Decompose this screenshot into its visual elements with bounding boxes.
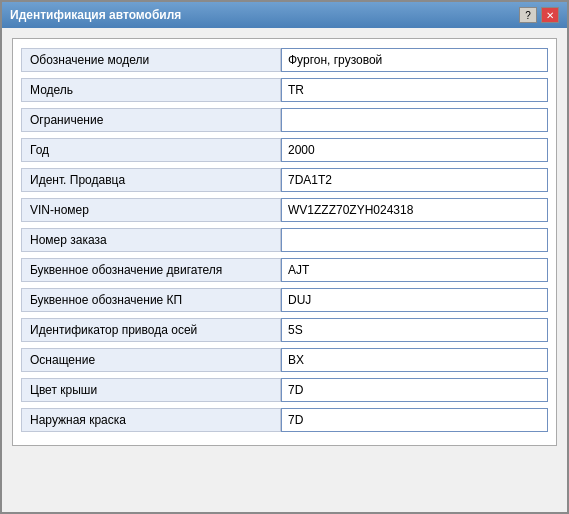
form-row: Буквенное обозначение двигателя [21,257,548,283]
field-label-6: Номер заказа [21,228,281,252]
field-label-9: Идентификатор привода осей [21,318,281,342]
field-label-10: Оснащение [21,348,281,372]
field-label-0: Обозначение модели [21,48,281,72]
field-input-3[interactable] [281,138,548,162]
form-container: Обозначение моделиМодельОграничениеГодИд… [12,38,557,446]
field-label-8: Буквенное обозначение КП [21,288,281,312]
form-row: Номер заказа [21,227,548,253]
field-input-2[interactable] [281,108,548,132]
form-row: Буквенное обозначение КП [21,287,548,313]
form-row: Обозначение модели [21,47,548,73]
field-input-0[interactable] [281,48,548,72]
form-row: Наружная краска [21,407,548,433]
form-row: Идент. Продавца [21,167,548,193]
close-button[interactable]: ✕ [541,7,559,23]
window-title: Идентификация автомобиля [10,8,181,22]
field-input-4[interactable] [281,168,548,192]
form-row: Ограничение [21,107,548,133]
field-input-7[interactable] [281,258,548,282]
field-input-6[interactable] [281,228,548,252]
field-label-12: Наружная краска [21,408,281,432]
form-row: Цвет крыши [21,377,548,403]
field-label-3: Год [21,138,281,162]
field-input-9[interactable] [281,318,548,342]
help-button[interactable]: ? [519,7,537,23]
field-input-11[interactable] [281,378,548,402]
form-row: Оснащение [21,347,548,373]
field-input-1[interactable] [281,78,548,102]
field-input-5[interactable] [281,198,548,222]
field-input-12[interactable] [281,408,548,432]
window-content: Обозначение моделиМодельОграничениеГодИд… [2,28,567,512]
form-row: Идентификатор привода осей [21,317,548,343]
form-row: VIN-номер [21,197,548,223]
main-window: Идентификация автомобиля ? ✕ Обозначение… [0,0,569,514]
field-label-11: Цвет крыши [21,378,281,402]
field-input-10[interactable] [281,348,548,372]
field-input-8[interactable] [281,288,548,312]
field-label-2: Ограничение [21,108,281,132]
title-bar-controls: ? ✕ [519,7,559,23]
form-row: Модель [21,77,548,103]
field-label-4: Идент. Продавца [21,168,281,192]
form-row: Год [21,137,548,163]
field-label-7: Буквенное обозначение двигателя [21,258,281,282]
field-label-5: VIN-номер [21,198,281,222]
title-bar: Идентификация автомобиля ? ✕ [2,2,567,28]
field-label-1: Модель [21,78,281,102]
